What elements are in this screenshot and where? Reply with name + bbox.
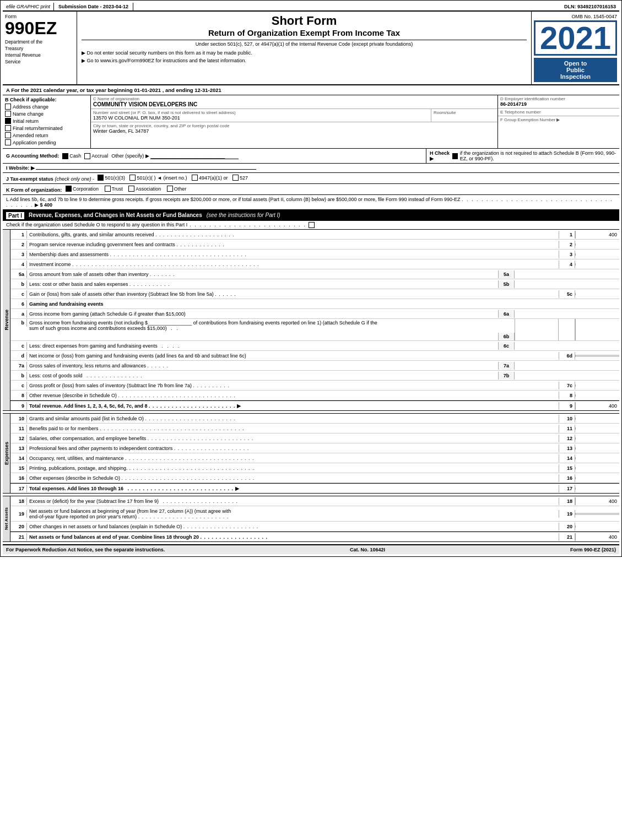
section-l-arrow: ▶	[35, 202, 39, 208]
form-title2: Return of Organization Exempt From Incom…	[82, 28, 527, 37]
form-title1: Short Form	[82, 14, 527, 28]
group-label: F Group Exemption Number ▶	[500, 117, 617, 122]
footer-right: Form 990-EZ (2021)	[570, 547, 616, 552]
open-to-public-box: Open to Public Inspection	[534, 58, 617, 82]
check-final-return[interactable]: Final return/terminated	[5, 125, 88, 131]
street-label: Number and street (or P. O. box, if mail…	[93, 110, 429, 115]
check-amended-return[interactable]: Amended return	[5, 132, 88, 138]
section-a-text: A For the 2021 calendar year, or tax yea…	[6, 87, 221, 93]
net-assets-side-label: Net Assets	[4, 507, 9, 530]
check-4947[interactable]: 4947(a)(1) or	[192, 175, 228, 181]
check-corp[interactable]: Corporation	[66, 186, 99, 192]
section-b-label: B Check if applicable:	[5, 97, 88, 102]
phone-label: E Telephone number	[500, 110, 617, 115]
revenue-side-label: Revenue	[4, 310, 9, 330]
part1-note: (see the instructions for Part I)	[207, 212, 280, 219]
check-501c[interactable]: 501(c)( ) ◄ (insert no.)	[129, 175, 187, 181]
efile-label: efile GRAPHIC print	[3, 3, 54, 10]
org-name-value: COMMUNITY VISION DEVELOPERS INC	[93, 101, 495, 107]
expenses-side-label: Expenses	[4, 442, 9, 465]
part1-label: Part I	[6, 212, 24, 219]
section-j-label: J Tax-exempt status	[6, 176, 53, 182]
check-name-change[interactable]: Name change	[5, 111, 88, 117]
bullet1: ▶ Do not enter social security numbers o…	[82, 49, 527, 57]
form-number: 990EZ	[5, 19, 74, 37]
check-application-pending[interactable]: Application pending	[5, 139, 88, 145]
ein-value: 86-2014719	[500, 101, 617, 107]
schedule-o-note: Check if the organization used Schedule …	[6, 222, 187, 228]
footer-cat: Cat. No. 10642I	[350, 547, 385, 552]
check-accrual[interactable]: Accrual	[84, 153, 108, 159]
check-address-change[interactable]: Address change	[5, 104, 88, 110]
check-other[interactable]: Other	[167, 186, 187, 192]
section-j-note: (check only one)	[55, 176, 91, 182]
submission-date: Submission Date - 2023-04-12	[54, 3, 133, 10]
other-specify: Other (specify) ▶ ______________________…	[111, 153, 239, 159]
form-page: efile GRAPHIC print Submission Date - 20…	[0, 0, 622, 557]
city-label: City or town, state or province, country…	[93, 123, 495, 128]
section-h-label: H Check ▶	[430, 150, 450, 161]
street-value: 13570 W COLONIAL DR NUM 350-201	[93, 115, 429, 121]
section-l-text: L Add lines 5b, 6c, and 7b to line 9 to …	[6, 197, 461, 202]
check-cash[interactable]: Cash	[62, 153, 81, 159]
bullet2: ▶ Go to www.irs.gov/Form990EZ for instru…	[82, 57, 527, 64]
section-g-label: G Accounting Method:	[6, 153, 59, 159]
check-501c3[interactable]: 501(c)(3)	[98, 175, 125, 181]
room-label: Room/suite	[434, 110, 495, 115]
footer-left: For Paperwork Reduction Act Notice, see …	[6, 547, 165, 552]
check-trust[interactable]: Trust	[105, 186, 123, 192]
section-i-label: I Website: ▶	[6, 165, 35, 171]
section-k-label: K Form of organization:	[6, 187, 62, 193]
org-name-label: C Name of organization	[93, 96, 495, 101]
omb-number: OMB No. 1545-0047	[571, 14, 617, 19]
section-h-text: if the organization is not required to a…	[460, 150, 616, 161]
part1-title: Revenue, Expenses, and Changes in Net As…	[29, 212, 202, 219]
year-display: 2021	[534, 20, 617, 56]
ein-label: D Employer identification number	[500, 96, 617, 101]
section-l-amount: $ 400	[40, 202, 53, 208]
form-subtitle: Under section 501(c), 527, or 4947(a)(1)…	[82, 40, 527, 47]
dln: DLN: 93492107016153	[561, 3, 619, 10]
check-assoc[interactable]: Association	[128, 186, 161, 192]
dept-name: Department of the Treasury Internal Reve…	[5, 39, 74, 66]
check-initial-return[interactable]: Initial return	[5, 118, 88, 124]
city-value: Winter Garden, FL 34787	[93, 128, 495, 134]
check-527[interactable]: 527	[232, 175, 248, 181]
